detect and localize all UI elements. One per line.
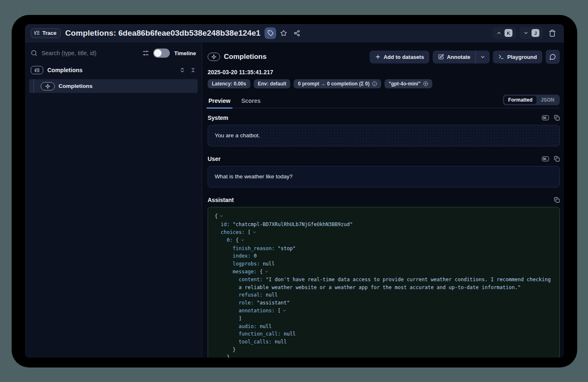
collapse-caret-icon[interactable] xyxy=(240,237,245,245)
copy-icon[interactable] xyxy=(554,115,560,121)
code-line: logprobs: null xyxy=(215,260,553,268)
comment-bubble-icon xyxy=(549,54,556,60)
copy-icon[interactable] xyxy=(554,197,560,203)
code-line: finish_reason: "stop" xyxy=(215,245,553,253)
tree-root-label: Completions xyxy=(47,67,83,73)
detail-tabs: Preview Scores Formatted JSON xyxy=(208,95,560,108)
copy-icon[interactable] xyxy=(554,156,560,162)
code-line: 0: { xyxy=(215,236,553,245)
code-line: tool_calls: null xyxy=(215,338,553,346)
pen-square-icon xyxy=(438,54,444,60)
collapse-caret-icon[interactable] xyxy=(282,307,287,315)
tree-item-completions-selected[interactable]: Completions xyxy=(29,79,198,93)
timeline-toggle[interactable] xyxy=(153,49,170,58)
code-line: content: "I don't have real-time data ac… xyxy=(215,276,553,284)
format-toggle: Formatted JSON xyxy=(503,95,560,105)
chevron-down-icon xyxy=(523,30,529,36)
trace-tree-sidebar: Timeline Completions xyxy=(25,42,202,358)
tree-item-label: Completions xyxy=(59,83,93,89)
observation-title: Completions xyxy=(224,53,267,61)
delete-trace-button[interactable] xyxy=(546,27,558,39)
search-icon xyxy=(31,50,37,56)
code-line: refusal: null xyxy=(215,291,553,299)
user-message-text: What is the weather like today? xyxy=(215,173,293,180)
system-message-text: You are a chatbot. xyxy=(215,132,260,139)
latency-badge: Latency: 0.00s xyxy=(208,79,250,88)
user-message-box: What is the weather like today? xyxy=(208,166,560,187)
shortcut-key-j: J xyxy=(532,29,539,37)
collapse-caret-icon[interactable] xyxy=(252,229,257,237)
star-icon xyxy=(280,30,287,36)
tree-indent-guide xyxy=(33,79,34,93)
tree-root-row[interactable]: Completions xyxy=(25,63,202,77)
next-item-button[interactable]: J xyxy=(519,27,543,39)
generation-icon xyxy=(208,53,220,61)
add-to-datasets-button[interactable]: Add to datasets xyxy=(370,51,430,63)
collapse-caret-icon[interactable] xyxy=(219,213,223,221)
collapse-caret-icon[interactable] xyxy=(265,268,269,276)
code-line: message: { xyxy=(215,268,553,276)
terminal-icon xyxy=(498,54,504,60)
annotate-dropdown-button[interactable] xyxy=(475,51,490,63)
code-line: choices: [ xyxy=(215,229,553,237)
shortcut-key-k: K xyxy=(505,29,512,37)
assistant-json-viewer: { id: "chatcmpl-BD7XRulRhULb7NjGfeOkhN3B… xyxy=(208,207,560,358)
annotate-label: Annotate xyxy=(447,54,470,60)
expand-all-icon[interactable] xyxy=(179,67,185,73)
user-section-label: User xyxy=(208,156,220,162)
playground-button[interactable]: Playground xyxy=(493,51,542,63)
chevron-up-icon xyxy=(496,30,502,36)
code-line: index: 0 xyxy=(215,252,553,260)
circle-plus-icon xyxy=(423,81,428,86)
list-tree-icon xyxy=(34,30,40,36)
tab-scores[interactable]: Scores xyxy=(240,97,262,108)
assistant-section-label: Assistant xyxy=(208,197,234,203)
code-line: function_call: null xyxy=(215,330,553,338)
format-toggle-formatted[interactable]: Formatted xyxy=(504,96,537,104)
code-line: } xyxy=(215,346,553,354)
plus-icon xyxy=(375,54,381,60)
code-line: a reliable weather website or a weather … xyxy=(215,284,553,292)
share-button[interactable] xyxy=(291,27,303,39)
tag-icon xyxy=(267,30,274,36)
chevron-down-icon xyxy=(480,54,485,60)
trash-icon xyxy=(549,29,556,37)
search-input[interactable] xyxy=(42,50,138,56)
code-line: ] xyxy=(215,315,553,323)
prev-item-button[interactable]: K xyxy=(492,27,516,39)
code-line: } xyxy=(215,353,553,358)
share-icon xyxy=(294,30,300,36)
markdown-toggle-icon[interactable]: M↓ xyxy=(542,115,549,121)
tag-button[interactable] xyxy=(265,27,276,39)
env-badge: Env: default xyxy=(254,79,291,88)
observation-detail-panel: Completions Add to datasets Ann xyxy=(202,42,564,358)
code-line: { xyxy=(215,212,553,221)
playground-label: Playground xyxy=(507,54,537,60)
system-section-label: System xyxy=(208,114,228,121)
format-toggle-json[interactable]: JSON xyxy=(537,96,559,104)
model-badge[interactable]: "gpt-4o-mini" xyxy=(385,79,432,88)
comments-button[interactable] xyxy=(546,50,560,64)
collapse-all-icon[interactable] xyxy=(190,67,196,73)
timeline-toggle-label: Timeline xyxy=(174,50,196,56)
code-line: id: "chatcmpl-BD7XRulRhULb7NjGfeOkhN3BB9… xyxy=(215,221,553,229)
token-usage-badge: 0 prompt → 0 completion (Σ 0) xyxy=(294,79,381,88)
code-line: role: "assistant" xyxy=(215,299,553,307)
info-icon[interactable] xyxy=(372,81,377,86)
app-window: Trace Completions: 6dea86b6feae03db538e2… xyxy=(12,15,577,367)
assistant-json-code: { id: "chatcmpl-BD7XRulRhULb7NjGfeOkhN3B… xyxy=(215,212,553,358)
code-line: audio: null xyxy=(215,323,553,331)
filter-sliders-icon[interactable] xyxy=(142,50,149,56)
trace-type-badge: Trace xyxy=(31,28,61,38)
system-message-box: You are a chatbot. xyxy=(208,125,560,146)
observation-timestamp: 2025-03-20 11:35:41.217 xyxy=(208,69,560,75)
annotate-button[interactable]: Annotate xyxy=(433,51,475,63)
add-to-datasets-label: Add to datasets xyxy=(384,54,424,60)
tab-preview[interactable]: Preview xyxy=(208,97,231,108)
trace-tree-icon xyxy=(31,66,43,74)
markdown-toggle-icon[interactable]: M↓ xyxy=(542,156,549,162)
star-button[interactable] xyxy=(278,27,289,39)
page-title: Completions: 6dea86b6feae03db538e248b38e… xyxy=(65,29,260,38)
annotate-split-button: Annotate xyxy=(433,51,490,63)
trace-badge-label: Trace xyxy=(42,30,56,36)
